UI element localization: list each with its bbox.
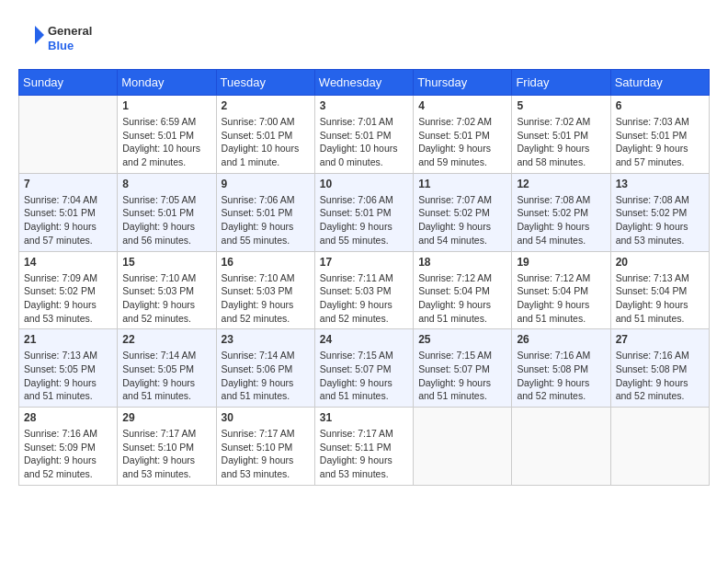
day-info: Sunrise: 7:15 AMSunset: 5:07 PMDaylight:… (320, 349, 408, 403)
day-number: 19 (517, 256, 605, 269)
calendar-day-cell: 27Sunrise: 7:16 AMSunset: 5:08 PMDayligh… (610, 329, 709, 408)
day-number: 11 (418, 178, 506, 190)
calendar-day-cell: 18Sunrise: 7:12 AMSunset: 5:04 PMDayligh… (414, 251, 512, 329)
day-info: Sunrise: 7:02 AMSunset: 5:01 PMDaylight:… (517, 115, 605, 169)
calendar-day-cell: 7Sunrise: 7:04 AMSunset: 5:01 PMDaylight… (19, 173, 118, 251)
calendar-week-row: 1Sunrise: 6:59 AMSunset: 5:01 PMDaylight… (19, 96, 710, 174)
calendar-day-cell: 28Sunrise: 7:16 AMSunset: 5:09 PMDayligh… (19, 408, 118, 486)
day-info: Sunrise: 7:16 AMSunset: 5:08 PMDaylight:… (517, 349, 605, 403)
day-number: 8 (122, 178, 210, 190)
calendar-day-cell: 4Sunrise: 7:02 AMSunset: 5:01 PMDaylight… (414, 96, 512, 174)
calendar-header-row: SundayMondayTuesdayWednesdayThursdayFrid… (19, 70, 710, 96)
day-info: Sunrise: 7:00 AMSunset: 5:01 PMDaylight:… (222, 115, 310, 169)
day-number: 15 (122, 256, 210, 269)
day-number: 20 (616, 256, 704, 269)
svg-text:Blue: Blue (48, 39, 74, 52)
day-number: 7 (24, 178, 112, 190)
day-number: 24 (320, 333, 408, 346)
day-info: Sunrise: 7:12 AMSunset: 5:04 PMDaylight:… (418, 271, 506, 326)
day-info: Sunrise: 6:59 AMSunset: 5:01 PMDaylight:… (122, 115, 210, 169)
day-info: Sunrise: 7:10 AMSunset: 5:03 PMDaylight:… (122, 271, 210, 326)
day-number: 17 (320, 256, 408, 269)
svg-marker-2 (35, 26, 44, 44)
calendar-day-header: Monday (118, 70, 216, 96)
calendar-day-cell: 16Sunrise: 7:10 AMSunset: 5:03 PMDayligh… (216, 251, 314, 329)
day-number: 29 (122, 411, 210, 424)
day-number: 4 (418, 99, 506, 112)
calendar-day-cell (414, 408, 512, 486)
calendar-day-cell: 23Sunrise: 7:14 AMSunset: 5:06 PMDayligh… (216, 329, 314, 408)
day-info: Sunrise: 7:08 AMSunset: 5:02 PMDaylight:… (616, 193, 704, 247)
day-number: 28 (24, 411, 112, 424)
day-info: Sunrise: 7:11 AMSunset: 5:03 PMDaylight:… (320, 271, 408, 326)
day-number: 31 (320, 411, 408, 424)
calendar-table: SundayMondayTuesdayWednesdayThursdayFrid… (18, 69, 710, 486)
day-info: Sunrise: 7:16 AMSunset: 5:09 PMDaylight:… (24, 427, 112, 481)
day-info: Sunrise: 7:14 AMSunset: 5:06 PMDaylight:… (222, 349, 310, 403)
day-number: 9 (222, 178, 310, 190)
day-number: 26 (517, 333, 605, 346)
day-number: 22 (122, 333, 210, 346)
calendar-day-header: Thursday (414, 70, 512, 96)
calendar-day-cell: 25Sunrise: 7:15 AMSunset: 5:07 PMDayligh… (414, 329, 512, 408)
day-info: Sunrise: 7:01 AMSunset: 5:01 PMDaylight:… (320, 115, 408, 169)
calendar-day-cell: 29Sunrise: 7:17 AMSunset: 5:10 PMDayligh… (118, 408, 216, 486)
day-number: 10 (320, 178, 408, 190)
day-number: 18 (418, 256, 506, 269)
day-info: Sunrise: 7:17 AMSunset: 5:11 PMDaylight:… (320, 427, 408, 481)
logo-svg: General Blue (18, 18, 110, 60)
calendar-week-row: 7Sunrise: 7:04 AMSunset: 5:01 PMDaylight… (19, 173, 710, 251)
day-number: 25 (418, 333, 506, 346)
day-info: Sunrise: 7:02 AMSunset: 5:01 PMDaylight:… (418, 115, 506, 169)
calendar-day-cell: 30Sunrise: 7:17 AMSunset: 5:10 PMDayligh… (216, 408, 314, 486)
day-number: 3 (320, 99, 408, 112)
calendar-day-cell: 14Sunrise: 7:09 AMSunset: 5:02 PMDayligh… (19, 251, 118, 329)
calendar-day-cell: 12Sunrise: 7:08 AMSunset: 5:02 PMDayligh… (512, 173, 610, 251)
day-info: Sunrise: 7:03 AMSunset: 5:01 PMDaylight:… (616, 115, 704, 169)
calendar-day-cell: 22Sunrise: 7:14 AMSunset: 5:05 PMDayligh… (118, 329, 216, 408)
day-info: Sunrise: 7:17 AMSunset: 5:10 PMDaylight:… (222, 427, 310, 481)
calendar-week-row: 28Sunrise: 7:16 AMSunset: 5:09 PMDayligh… (19, 408, 710, 486)
calendar-day-header: Sunday (19, 70, 118, 96)
day-number: 12 (517, 178, 605, 190)
calendar-day-header: Saturday (610, 70, 709, 96)
calendar-day-cell: 10Sunrise: 7:06 AMSunset: 5:01 PMDayligh… (314, 173, 413, 251)
calendar-day-cell (610, 408, 709, 486)
calendar-day-header: Friday (512, 70, 610, 96)
calendar-day-cell: 31Sunrise: 7:17 AMSunset: 5:11 PMDayligh… (314, 408, 413, 486)
day-number: 16 (222, 256, 310, 269)
calendar-day-cell: 8Sunrise: 7:05 AMSunset: 5:01 PMDaylight… (118, 173, 216, 251)
calendar-day-cell (512, 408, 610, 486)
page-header: General Blue (18, 18, 710, 60)
day-number: 5 (517, 99, 605, 112)
day-info: Sunrise: 7:10 AMSunset: 5:03 PMDaylight:… (222, 271, 310, 326)
calendar-day-cell: 6Sunrise: 7:03 AMSunset: 5:01 PMDaylight… (610, 96, 709, 174)
calendar-day-cell: 20Sunrise: 7:13 AMSunset: 5:04 PMDayligh… (610, 251, 709, 329)
calendar-day-cell: 2Sunrise: 7:00 AMSunset: 5:01 PMDaylight… (216, 96, 314, 174)
calendar-day-header: Wednesday (314, 70, 413, 96)
day-number: 23 (222, 333, 310, 346)
calendar-day-cell: 26Sunrise: 7:16 AMSunset: 5:08 PMDayligh… (512, 329, 610, 408)
day-info: Sunrise: 7:07 AMSunset: 5:02 PMDaylight:… (418, 193, 506, 247)
day-number: 21 (24, 333, 112, 346)
calendar-day-cell: 1Sunrise: 6:59 AMSunset: 5:01 PMDaylight… (118, 96, 216, 174)
day-info: Sunrise: 7:17 AMSunset: 5:10 PMDaylight:… (122, 427, 210, 481)
calendar-day-cell: 3Sunrise: 7:01 AMSunset: 5:01 PMDaylight… (314, 96, 413, 174)
calendar-day-cell: 9Sunrise: 7:06 AMSunset: 5:01 PMDaylight… (216, 173, 314, 251)
logo: General Blue (18, 18, 110, 60)
calendar-day-cell: 21Sunrise: 7:13 AMSunset: 5:05 PMDayligh… (19, 329, 118, 408)
day-info: Sunrise: 7:06 AMSunset: 5:01 PMDaylight:… (222, 193, 310, 247)
calendar-day-cell: 19Sunrise: 7:12 AMSunset: 5:04 PMDayligh… (512, 251, 610, 329)
day-number: 13 (616, 178, 704, 190)
day-info: Sunrise: 7:13 AMSunset: 5:05 PMDaylight:… (24, 349, 112, 403)
day-info: Sunrise: 7:12 AMSunset: 5:04 PMDaylight:… (517, 271, 605, 326)
day-info: Sunrise: 7:04 AMSunset: 5:01 PMDaylight:… (24, 193, 112, 247)
day-number: 2 (222, 99, 310, 112)
day-number: 1 (122, 99, 210, 112)
day-info: Sunrise: 7:14 AMSunset: 5:05 PMDaylight:… (122, 349, 210, 403)
calendar-day-cell: 11Sunrise: 7:07 AMSunset: 5:02 PMDayligh… (414, 173, 512, 251)
calendar-day-cell: 15Sunrise: 7:10 AMSunset: 5:03 PMDayligh… (118, 251, 216, 329)
day-number: 6 (616, 99, 704, 112)
calendar-day-header: Tuesday (216, 70, 314, 96)
day-number: 27 (616, 333, 704, 346)
